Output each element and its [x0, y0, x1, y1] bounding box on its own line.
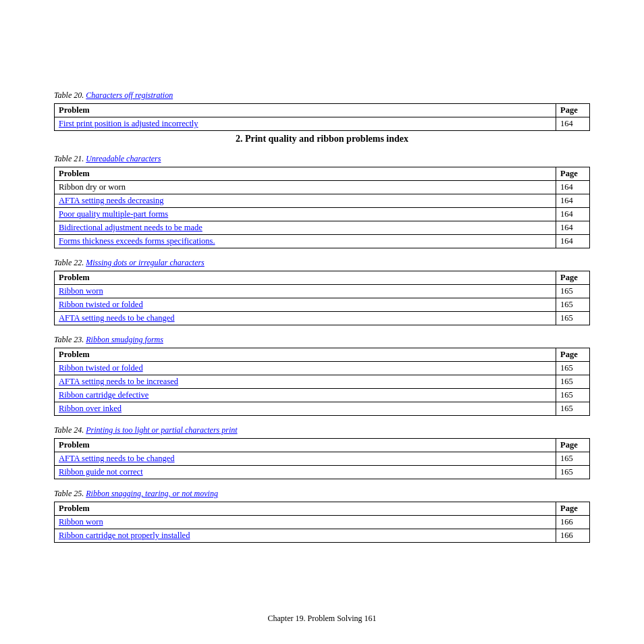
table-row: AFTA setting needs to be changed 165: [55, 452, 590, 466]
table22-row2-problem: AFTA setting needs to be changed: [55, 312, 556, 325]
table22-problem-header: Problem: [55, 271, 556, 285]
table25-caption-link[interactable]: Ribbon snagging, tearing, or not moving: [86, 489, 218, 498]
table21: Problem Page Ribbon dry or worn 164 AFTA…: [54, 167, 590, 248]
table21-row4-problem: Forms thickness exceeds forms specificat…: [55, 235, 556, 248]
table24-caption-prefix: Table 24.: [54, 425, 86, 435]
page-content: Table 20. Characters off registration Pr…: [0, 0, 644, 586]
table23-row3-problem: Ribbon over inked: [55, 402, 556, 416]
table-row: Ribbon cartridge defective 165: [55, 389, 590, 402]
table23-caption-link[interactable]: Ribbon smudging forms: [86, 335, 163, 344]
table23-caption: Table 23. Ribbon smudging forms: [54, 335, 590, 345]
table-row: AFTA setting needs decreasing 164: [55, 194, 590, 208]
table22-page-header: Page: [556, 271, 590, 285]
table24-row0-problem: AFTA setting needs to be changed: [55, 452, 556, 466]
table23-problem-header: Problem: [55, 348, 556, 362]
table23-caption-prefix: Table 23.: [54, 335, 86, 344]
table22-caption-link[interactable]: Missing dots or irregular characters: [86, 258, 205, 267]
table22: Problem Page Ribbon worn 165 Ribbon twis…: [54, 271, 590, 325]
table25-caption-prefix: Table 25.: [54, 489, 86, 498]
table22-row0-problem: Ribbon worn: [55, 285, 556, 298]
table-row: Ribbon over inked 165: [55, 402, 590, 416]
page-footer: Chapter 19. Problem Solving 161: [0, 614, 644, 624]
table22-row2-page: 165: [556, 312, 590, 325]
table23-row2-problem: Ribbon cartridge defective: [55, 389, 556, 402]
table24-row0-page: 165: [556, 452, 590, 466]
table24: Problem Page AFTA setting needs to be ch…: [54, 438, 590, 479]
table24-caption-link[interactable]: Printing is too light or partial charact…: [86, 425, 237, 435]
table-row: Ribbon twisted or folded 165: [55, 362, 590, 375]
table20: Problem Page First print position is adj…: [54, 103, 590, 131]
table22-row0-page: 165: [556, 285, 590, 298]
table24-row1-problem: Ribbon guide not correct: [55, 466, 556, 479]
table25-row1-problem: Ribbon cartridge not properly installed: [55, 529, 556, 543]
table20-row0-page: 164: [556, 117, 590, 131]
table20-caption-link[interactable]: Characters off registration: [86, 90, 173, 100]
table25-row0-page: 166: [556, 516, 590, 529]
table25-row1-page: 166: [556, 529, 590, 543]
table21-row0-problem: Ribbon dry or worn: [55, 181, 556, 194]
table-row: Ribbon worn 166: [55, 516, 590, 529]
table21-row2-page: 164: [556, 208, 590, 221]
table24-row1-page: 165: [556, 466, 590, 479]
table23: Problem Page Ribbon twisted or folded 16…: [54, 348, 590, 416]
table25-row0-problem: Ribbon worn: [55, 516, 556, 529]
table25: Problem Page Ribbon worn 166 Ribbon cart…: [54, 502, 590, 543]
table23-row0-problem: Ribbon twisted or folded: [55, 362, 556, 375]
table-row: AFTA setting needs to be increased 165: [55, 375, 590, 389]
table-row: Ribbon dry or worn 164: [55, 181, 590, 194]
table21-row3-problem: Bidirectional adjustment needs to be mad…: [55, 221, 556, 235]
table21-row2-problem: Poor quality multiple-part forms: [55, 208, 556, 221]
table-row: Ribbon worn 165: [55, 285, 590, 298]
table24-page-header: Page: [556, 439, 590, 452]
table23-page-header: Page: [556, 348, 590, 362]
table21-row4-page: 164: [556, 235, 590, 248]
table23-row2-page: 165: [556, 389, 590, 402]
table22-caption: Table 22. Missing dots or irregular char…: [54, 258, 590, 268]
table24-caption: Table 24. Printing is too light or parti…: [54, 425, 590, 435]
table-row: Bidirectional adjustment needs to be mad…: [55, 221, 590, 235]
table20-caption: Table 20. Characters off registration: [54, 90, 590, 101]
table-row: Ribbon cartridge not properly installed …: [55, 529, 590, 543]
table21-caption-prefix: Table 21.: [54, 154, 86, 163]
table23-row0-page: 165: [556, 362, 590, 375]
table22-row1-problem: Ribbon twisted or folded: [55, 298, 556, 312]
table25-page-header: Page: [556, 502, 590, 516]
table21-problem-header: Problem: [55, 167, 556, 181]
table20-page-header: Page: [556, 104, 590, 117]
table21-row1-problem: AFTA setting needs decreasing: [55, 194, 556, 208]
table21-page-header: Page: [556, 167, 590, 181]
table22-row1-page: 165: [556, 298, 590, 312]
table20-row0-problem: First print position is adjusted incorre…: [55, 117, 556, 131]
table-row: Poor quality multiple-part forms 164: [55, 208, 590, 221]
table21-row3-page: 164: [556, 221, 590, 235]
table21-row1-page: 164: [556, 194, 590, 208]
table25-problem-header: Problem: [55, 502, 556, 516]
table-row: Ribbon twisted or folded 165: [55, 298, 590, 312]
table23-row1-problem: AFTA setting needs to be increased: [55, 375, 556, 389]
section2-heading: 2. Print quality and ribbon problems ind…: [54, 134, 590, 144]
table21-row0-page: 164: [556, 181, 590, 194]
table-row: AFTA setting needs to be changed 165: [55, 312, 590, 325]
table23-row3-page: 165: [556, 402, 590, 416]
table-row: First print position is adjusted incorre…: [55, 117, 590, 131]
table20-caption-prefix: Table 20.: [54, 90, 86, 100]
table21-caption-link[interactable]: Unreadable characters: [86, 154, 161, 163]
table25-caption: Table 25. Ribbon snagging, tearing, or n…: [54, 489, 590, 499]
table23-row1-page: 165: [556, 375, 590, 389]
table20-problem-header: Problem: [55, 104, 556, 117]
table21-caption: Table 21. Unreadable characters: [54, 154, 590, 164]
table-row: Ribbon guide not correct 165: [55, 466, 590, 479]
table24-problem-header: Problem: [55, 439, 556, 452]
table-row: Forms thickness exceeds forms specificat…: [55, 235, 590, 248]
table22-caption-prefix: Table 22.: [54, 258, 86, 267]
